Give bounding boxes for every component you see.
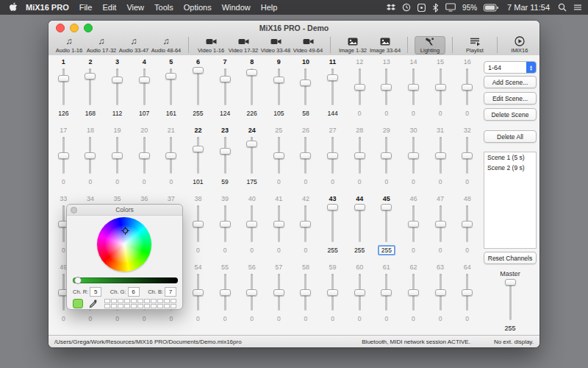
- channel-slider[interactable]: [400, 135, 427, 175]
- slider-thumb[interactable]: [435, 152, 446, 159]
- minimize-button[interactable]: [70, 24, 79, 32]
- time-machine-icon[interactable]: [402, 3, 411, 12]
- channel-value[interactable]: 0: [304, 314, 308, 323]
- slider-thumb[interactable]: [273, 221, 284, 227]
- slider-thumb[interactable]: [300, 152, 311, 159]
- channel-value[interactable]: 0: [412, 177, 415, 186]
- channel-value[interactable]: 0: [62, 177, 65, 186]
- channel-slider[interactable]: [265, 67, 293, 107]
- channel-value[interactable]: 144: [327, 109, 337, 118]
- channel-slider[interactable]: [400, 272, 427, 312]
- channel-value[interactable]: 0: [62, 314, 65, 323]
- close-button[interactable]: [56, 24, 65, 32]
- channel-slider[interactable]: [77, 67, 104, 107]
- channel-value[interactable]: 0: [384, 314, 388, 323]
- slider-thumb[interactable]: [354, 84, 365, 91]
- app-menu-title[interactable]: MiX16 PRO: [26, 3, 69, 12]
- slider-thumb[interactable]: [139, 77, 150, 83]
- menu-file[interactable]: File: [79, 3, 93, 12]
- scene-item-2[interactable]: Scene 2 (9 s): [484, 163, 536, 173]
- channel-value[interactable]: 0: [89, 314, 93, 323]
- slider-thumb[interactable]: [273, 152, 284, 159]
- channel-value[interactable]: 0: [465, 246, 469, 255]
- slider-thumb[interactable]: [193, 146, 204, 152]
- brightness-slider-thumb[interactable]: [74, 277, 82, 284]
- color-swatch[interactable]: [118, 299, 123, 303]
- channel-value[interactable]: 0: [277, 177, 281, 186]
- slider-thumb[interactable]: [408, 84, 419, 91]
- color-swatch[interactable]: [144, 304, 150, 308]
- slider-thumb[interactable]: [193, 289, 204, 296]
- channel-slider[interactable]: [346, 204, 373, 244]
- slider-thumb[interactable]: [462, 84, 473, 91]
- channel-slider[interactable]: [212, 272, 239, 312]
- channel-slider[interactable]: [212, 67, 239, 107]
- channel-slider[interactable]: [319, 67, 346, 107]
- color-swatch[interactable]: [104, 304, 110, 308]
- slider-thumb[interactable]: [354, 204, 365, 210]
- color-swatch[interactable]: [137, 299, 143, 303]
- color-swatch[interactable]: [144, 299, 150, 303]
- channel-value[interactable]: 0: [62, 246, 65, 255]
- channel-value[interactable]: 0: [250, 314, 254, 323]
- tab-audio-48-64[interactable]: ♫Audio 48-64: [151, 36, 182, 54]
- spotlight-icon[interactable]: [558, 3, 567, 12]
- channel-value[interactable]: 0: [412, 314, 415, 323]
- channel-value[interactable]: 0: [439, 109, 442, 118]
- channel-value[interactable]: 0: [169, 177, 173, 186]
- channel-slider[interactable]: [427, 135, 454, 175]
- channel-slider[interactable]: [453, 67, 481, 107]
- slider-thumb[interactable]: [435, 84, 446, 91]
- slider-thumb[interactable]: [273, 77, 284, 83]
- dropbox-icon[interactable]: [387, 4, 395, 12]
- menubar-clock[interactable]: 7 Mar 11:54: [507, 3, 550, 12]
- tab-audio-1-16[interactable]: ♫Audio 1-16: [54, 36, 85, 54]
- master-slider[interactable]: [484, 279, 537, 322]
- channel-slider[interactable]: [184, 135, 212, 175]
- channel-slider[interactable]: [293, 204, 320, 244]
- channel-value[interactable]: 0: [115, 177, 119, 186]
- channel-value[interactable]: 58: [302, 109, 309, 118]
- channel-value[interactable]: 0: [358, 314, 362, 323]
- tab-lighting[interactable]: Lighting: [415, 36, 445, 54]
- channel-value[interactable]: 0: [412, 109, 415, 118]
- menu-help[interactable]: Help: [261, 3, 278, 12]
- slider-thumb[interactable]: [246, 69, 257, 76]
- color-swatch[interactable]: [171, 304, 176, 308]
- channel-r-input[interactable]: 5: [90, 287, 101, 297]
- channel-value[interactable]: 0: [331, 314, 334, 323]
- channel-slider[interactable]: [50, 67, 77, 107]
- slider-thumb[interactable]: [408, 221, 419, 227]
- slider-thumb[interactable]: [85, 152, 96, 159]
- brightness-slider[interactable]: [73, 277, 178, 283]
- slider-thumb[interactable]: [112, 152, 123, 159]
- slider-thumb[interactable]: [193, 67, 204, 74]
- titlebar[interactable]: MiX16 PRO - Demo: [49, 21, 539, 35]
- bluetooth-icon[interactable]: [432, 3, 439, 13]
- channel-value[interactable]: 0: [115, 314, 119, 323]
- channel-value[interactable]: 101: [193, 177, 203, 186]
- delete-scene-button[interactable]: Delete Scene: [484, 108, 537, 121]
- menu-view[interactable]: View: [126, 3, 144, 12]
- tab-audio-17-32[interactable]: ♫Audio 17-32: [86, 36, 117, 54]
- channel-value[interactable]: 255: [378, 245, 395, 255]
- tab-image-1-32[interactable]: Image 1-32: [337, 36, 368, 54]
- channel-value[interactable]: 0: [223, 246, 227, 255]
- channel-value[interactable]: 0: [358, 109, 362, 118]
- channel-value[interactable]: 0: [277, 314, 281, 323]
- master-slider-thumb[interactable]: [505, 279, 516, 286]
- slider-thumb[interactable]: [246, 289, 257, 296]
- channel-value[interactable]: 0: [304, 177, 308, 186]
- channel-value[interactable]: 0: [169, 314, 173, 323]
- menu-edit[interactable]: Edit: [102, 3, 116, 12]
- channel-slider[interactable]: [131, 67, 158, 107]
- slider-thumb[interactable]: [58, 152, 69, 159]
- channel-slider[interactable]: [184, 204, 212, 244]
- color-swatch[interactable]: [151, 304, 157, 308]
- channel-slider[interactable]: [400, 67, 427, 107]
- channel-value[interactable]: 0: [465, 177, 469, 186]
- channel-value[interactable]: 0: [143, 314, 146, 323]
- apple-menu-icon[interactable]: [9, 2, 18, 13]
- app-square-icon[interactable]: [417, 4, 426, 12]
- channel-slider[interactable]: [131, 135, 158, 175]
